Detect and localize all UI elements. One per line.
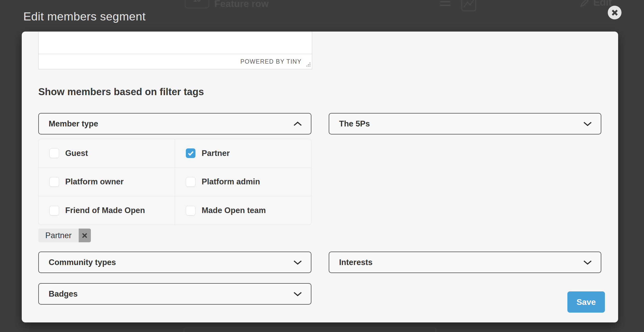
selected-tag-partner: Partner: [38, 229, 91, 242]
option-label: Made Open team: [202, 206, 266, 215]
badges-dropdown[interactable]: Badges: [38, 283, 311, 305]
editor-statusbar: POWERED BY TINY: [39, 54, 312, 69]
x-icon: [82, 233, 87, 238]
chevron-down-icon: [583, 121, 592, 126]
checkbox-made-open-team[interactable]: [186, 206, 195, 215]
background-edit-button: Edit: [579, 0, 612, 8]
modal-title: Edit members segment: [23, 10, 146, 23]
option-label: Partner: [202, 149, 230, 158]
checkbox-friend-of-made-open[interactable]: [49, 206, 59, 215]
option-label: Platform owner: [65, 177, 124, 186]
the-5ps-label: The 5Ps: [339, 119, 370, 129]
option-friend-of-made-open[interactable]: Friend of Made Open: [39, 196, 175, 225]
powered-by-tiny-label: POWERED BY TINY: [240, 58, 302, 65]
option-label: Guest: [65, 149, 88, 158]
interests-dropdown[interactable]: Interests: [329, 252, 601, 273]
rich-text-editor[interactable]: POWERED BY TINY: [38, 32, 312, 69]
background-bottom-card: [184, 327, 436, 332]
interests-label: Interests: [339, 258, 372, 267]
option-partner[interactable]: Partner: [175, 139, 311, 168]
background-count-box: 10: [185, 0, 209, 8]
tag-remove-button[interactable]: [79, 229, 91, 242]
edit-members-segment-modal: POWERED BY TINY Show members based on fi…: [22, 32, 618, 322]
chevron-down-icon: [293, 291, 302, 297]
check-icon: [188, 151, 194, 156]
tag-label: Partner: [38, 229, 79, 242]
option-platform-owner[interactable]: Platform owner: [39, 168, 175, 196]
option-made-open-team[interactable]: Made Open team: [175, 196, 311, 225]
chevron-up-icon: [293, 121, 302, 126]
the-5ps-dropdown[interactable]: The 5Ps: [329, 113, 601, 134]
member-type-label: Member type: [49, 119, 98, 129]
checkbox-platform-admin[interactable]: [186, 177, 195, 187]
save-button[interactable]: Save: [567, 291, 605, 313]
checkbox-guest[interactable]: [49, 148, 59, 158]
member-type-options-grid: Guest Partner Platform owner Platform ad…: [38, 139, 311, 225]
chevron-down-icon: [583, 260, 592, 265]
option-guest[interactable]: Guest: [39, 139, 175, 168]
community-types-dropdown[interactable]: Community types: [38, 252, 311, 273]
chart-icon: [461, 0, 476, 12]
option-label: Friend of Made Open: [65, 206, 145, 215]
badges-label: Badges: [49, 289, 78, 299]
option-platform-admin[interactable]: Platform admin: [175, 168, 311, 196]
checkbox-platform-owner[interactable]: [49, 177, 59, 187]
close-button[interactable]: [608, 6, 621, 19]
resize-grip-icon[interactable]: [306, 62, 311, 68]
member-type-dropdown[interactable]: Member type: [38, 113, 311, 134]
option-label: Platform admin: [202, 177, 260, 186]
editor-content-area[interactable]: [39, 32, 312, 54]
community-types-label: Community types: [49, 258, 116, 267]
chevron-down-icon: [293, 260, 302, 265]
background-feature-row-label: Feature row: [214, 0, 269, 9]
pencil-icon: [579, 0, 590, 8]
background-edit-label: Edit: [593, 0, 612, 8]
menu-icon: [440, 1, 450, 8]
background-count: 10: [193, 0, 201, 3]
filters-heading: Show members based on filter tags: [38, 86, 204, 97]
close-icon: [611, 9, 618, 16]
checkbox-partner[interactable]: [186, 148, 195, 158]
